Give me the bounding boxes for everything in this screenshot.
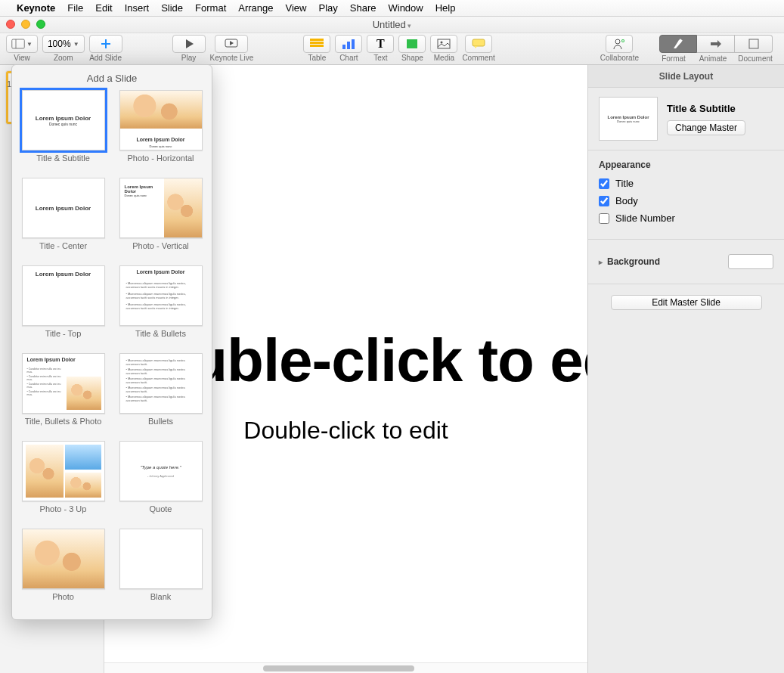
svg-marker-6 [230, 41, 234, 45]
horizontal-scrollbar[interactable] [104, 662, 587, 673]
document-label: Document [737, 54, 773, 63]
media-label: Media [434, 54, 454, 62]
slide-layout-label: Title - Center [39, 241, 87, 261]
keynote-live-button[interactable] [215, 35, 248, 53]
menu-edit[interactable]: Edit [95, 2, 112, 14]
play-button[interactable] [172, 35, 206, 53]
document-tab[interactable] [735, 35, 773, 53]
menu-arrange[interactable]: Arrange [238, 2, 273, 14]
svg-rect-11 [347, 42, 350, 49]
slide-layout-label: Title & Subtitle [36, 154, 90, 173]
svg-marker-23 [711, 40, 721, 48]
svg-point-18 [615, 39, 620, 44]
svg-rect-16 [473, 39, 485, 46]
layout-thumbnail: Lorem Ipsum Dolor Donec quis nunc [599, 97, 658, 141]
window-close-button[interactable] [6, 20, 15, 29]
svg-rect-0 [12, 39, 25, 48]
text-label: Text [373, 54, 387, 62]
edit-master-slide-button[interactable]: Edit Master Slide [611, 295, 762, 310]
menu-view[interactable]: View [286, 2, 307, 14]
inspector-header: Slide Layout [588, 65, 784, 88]
shape-label: Shape [401, 54, 423, 62]
menu-window[interactable]: Window [388, 2, 423, 14]
menu-format[interactable]: Format [195, 2, 226, 14]
mac-menubar: Keynote File Edit Insert Slide Format Ar… [0, 0, 784, 17]
chart-button[interactable] [335, 35, 362, 53]
svg-rect-24 [749, 39, 758, 48]
shape-button[interactable] [398, 35, 426, 53]
add-slide-button[interactable] [89, 35, 122, 53]
menu-share[interactable]: Share [350, 2, 377, 14]
popover-title: Add a Slide [20, 73, 204, 84]
layout-title: Title & Subtitle [667, 103, 773, 114]
slide-layout-label: Photo [52, 592, 74, 612]
slide-layout-photo_h[interactable]: Lorem Ipsum DolorDonec quis nuncPhoto - … [117, 90, 204, 173]
appearance-label: Appearance [599, 160, 773, 170]
slide-layout-label: Bullets [148, 417, 173, 436]
slide-layout-bullets[interactable]: • Maecenas aliquam maecenas ligula nostr… [117, 353, 204, 436]
slide-layout-label: Title & Bullets [135, 329, 186, 349]
slide-layout-tbp[interactable]: Lorem Ipsum Dolor• Curabitur enim nulla … [20, 353, 107, 436]
title-checkbox[interactable]: Title [599, 178, 773, 189]
toolbar: ▼ View 100%▼ Zoom Add Slide Play Keynote… [0, 33, 784, 65]
keynote-live-label: Keynote Live [210, 54, 254, 62]
add-slide-label: Add Slide [89, 54, 122, 62]
svg-rect-9 [310, 45, 324, 47]
change-master-button[interactable]: Change Master [667, 120, 745, 135]
slide-layout-p3[interactable]: Photo - 3 Up [20, 441, 107, 524]
slide-layout-title_bullets[interactable]: Lorem Ipsum Dolor• Maecenas aliquam maec… [117, 265, 204, 349]
slide-layout-photo[interactable]: Photo [20, 529, 107, 612]
document-title[interactable]: Untitled [373, 19, 412, 30]
slide-layout-blank[interactable]: Blank [117, 529, 204, 612]
slide-layout-label: Photo - 3 Up [40, 504, 87, 524]
play-label: Play [181, 54, 196, 62]
table-button[interactable] [303, 35, 330, 53]
window-titlebar: Untitled [0, 17, 784, 33]
slide-layout-title_sub[interactable]: Lorem Ipsum DolorDonec quis nuncTitle & … [20, 90, 107, 173]
comment-button[interactable] [465, 35, 492, 53]
slide-layout-label: Title, Bullets & Photo [25, 417, 102, 436]
zoom-label: Zoom [54, 54, 73, 62]
svg-rect-12 [352, 39, 355, 49]
view-label: View [14, 54, 30, 62]
text-button[interactable]: T [367, 35, 394, 53]
slide-layout-quote[interactable]: "Type a quote here."- Johnny AppleseedQu… [117, 441, 204, 524]
menu-file[interactable]: File [67, 2, 83, 14]
add-slide-popover: Add a Slide Lorem Ipsum DolorDonec quis … [11, 64, 212, 620]
window-zoom-button[interactable] [36, 20, 45, 29]
slide-layout-label: Title - Top [45, 329, 82, 349]
menu-help[interactable]: Help [435, 2, 456, 14]
slide-layout-title_top[interactable]: Lorem Ipsum DolorTitle - Top [20, 265, 107, 349]
slide-number-checkbox[interactable]: Slide Number [599, 212, 773, 224]
menu-insert[interactable]: Insert [125, 2, 150, 14]
background-disclosure[interactable]: Background [599, 249, 660, 274]
body-checkbox[interactable]: Body [599, 195, 773, 206]
inspector-panel: Slide Layout Lorem Ipsum Dolor Donec qui… [587, 65, 784, 673]
slide-layout-label: Blank [150, 592, 172, 612]
animate-label: Animate [698, 54, 728, 63]
background-color-well[interactable] [728, 254, 773, 269]
zoom-button[interactable]: 100%▼ [42, 35, 85, 53]
svg-rect-10 [342, 45, 346, 49]
slide-layout-photo_v[interactable]: Lorem Ipsum DolorDonec quis nuncPhoto - … [117, 178, 204, 261]
slide-layout-title_center[interactable]: Lorem Ipsum DolorTitle - Center [20, 178, 107, 261]
menu-play[interactable]: Play [318, 2, 337, 14]
comment-label: Comment [462, 54, 494, 62]
menu-slide[interactable]: Slide [161, 2, 183, 14]
svg-rect-13 [407, 39, 417, 48]
app-name[interactable]: Keynote [17, 2, 55, 14]
media-button[interactable] [430, 35, 457, 53]
table-label: Table [308, 54, 326, 62]
svg-marker-4 [186, 39, 194, 48]
window-minimize-button[interactable] [21, 20, 30, 29]
slide-layout-label: Photo - Vertical [132, 241, 189, 261]
svg-rect-7 [310, 39, 324, 41]
format-tab[interactable] [659, 35, 697, 53]
slide-layout-label: Quote [150, 504, 172, 524]
view-button[interactable]: ▼ [6, 35, 38, 53]
animate-tab[interactable] [697, 35, 735, 53]
chart-label: Chart [339, 54, 358, 62]
collaborate-button[interactable] [606, 35, 633, 53]
svg-point-15 [441, 42, 443, 44]
format-label: Format [658, 54, 689, 63]
